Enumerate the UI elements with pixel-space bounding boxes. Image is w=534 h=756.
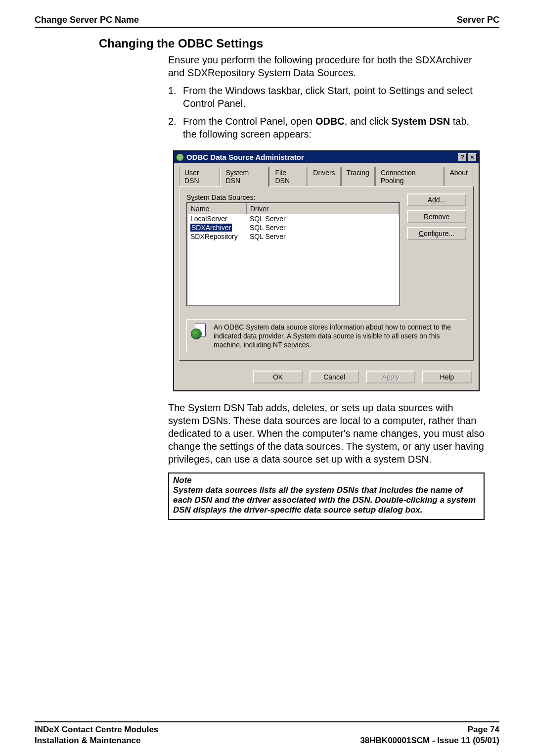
footer-doc-id: 38HBK00001SCM - Issue 11 (05/01) xyxy=(360,735,499,746)
post-dialog-text: The System DSN Tab adds, deletes, or set… xyxy=(168,401,485,466)
tab-connection-pooling[interactable]: Connection Pooling xyxy=(375,167,444,186)
system-data-sources-label: System Data Sources: xyxy=(186,193,400,201)
section-title: Changing the ODBC Settings xyxy=(99,37,499,50)
cancel-button[interactable]: Cancel xyxy=(310,371,359,383)
step-2-text: From the Control Panel, open ODBC, and c… xyxy=(183,115,485,141)
close-button[interactable]: × xyxy=(468,153,477,161)
tab-drivers[interactable]: Drivers xyxy=(308,167,340,186)
add-button[interactable]: Add... xyxy=(407,193,466,206)
footer-left-1: INDeX Contact Centre Modules xyxy=(35,724,158,735)
odbc-admin-dialog: ODBC Data Source Administrator ? × User … xyxy=(173,150,480,391)
info-text: An ODBC System data source stores inform… xyxy=(214,323,462,350)
list-item[interactable]: LocalServer SQL Server xyxy=(187,214,399,223)
tab-about[interactable]: About xyxy=(444,167,473,186)
intro-text: Ensure you perform the following procedu… xyxy=(168,53,485,79)
tab-row: User DSN System DSN File DSN Drivers Tra… xyxy=(174,163,479,186)
tab-system-dsn[interactable]: System DSN xyxy=(221,167,269,187)
note-body: System data sources lists all the system… xyxy=(173,485,480,515)
page-footer: INDeX Contact Centre Modules Installatio… xyxy=(35,721,499,746)
header-right: Server PC xyxy=(457,15,499,25)
tab-file-dsn[interactable]: File DSN xyxy=(269,167,307,186)
data-sources-list[interactable]: Name Driver LocalServer SQL Server SDXAr… xyxy=(186,202,400,306)
list-item[interactable]: SDXArchiver SQL Server xyxy=(187,223,399,232)
tab-panel: System Data Sources: Name Driver LocalSe… xyxy=(179,186,474,361)
info-panel: An ODBC System data source stores inform… xyxy=(186,319,466,353)
note-title: Note xyxy=(173,475,480,485)
help-dialog-button[interactable]: Help xyxy=(422,371,472,383)
footer-left-2: Installation & Maintenance xyxy=(35,735,158,746)
help-button[interactable]: ? xyxy=(458,153,467,161)
column-name[interactable]: Name xyxy=(187,203,247,214)
column-driver[interactable]: Driver xyxy=(247,203,399,214)
step-2: 2. From the Control Panel, open ODBC, an… xyxy=(168,115,485,141)
apply-button[interactable]: Apply xyxy=(366,371,415,383)
dialog-title: ODBC Data Source Administrator xyxy=(186,153,457,161)
configure-button[interactable]: Configure... xyxy=(407,227,466,240)
note-box: Note System data sources lists all the s… xyxy=(168,472,485,520)
footer-page: Page 74 xyxy=(360,724,499,735)
title-bar[interactable]: ODBC Data Source Administrator ? × xyxy=(174,151,479,163)
tab-user-dsn[interactable]: User DSN xyxy=(179,167,220,186)
header-left: Change Server PC Name xyxy=(35,15,139,25)
step-1-number: 1. xyxy=(168,84,183,110)
datasource-icon xyxy=(191,323,208,339)
step-1-text: From the Windows taskbar, click Start, p… xyxy=(183,84,485,110)
odbc-icon xyxy=(176,153,184,161)
ok-button[interactable]: OK xyxy=(253,371,303,383)
step-1: 1. From the Windows taskbar, click Start… xyxy=(168,84,485,110)
tab-tracing[interactable]: Tracing xyxy=(341,167,375,186)
step-2-number: 2. xyxy=(168,115,183,141)
list-item[interactable]: SDXRepository SQL Server xyxy=(187,232,399,241)
remove-button[interactable]: Remove xyxy=(407,210,466,223)
